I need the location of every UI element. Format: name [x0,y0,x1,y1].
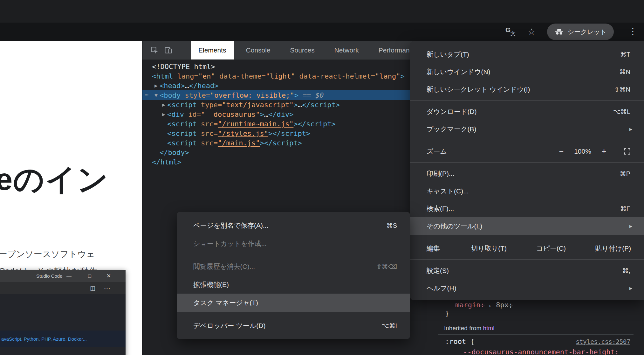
dom-line[interactable]: <script src="/runtime~main.js"></script> [142,119,438,129]
collapse-arrow-icon[interactable]: ▶ [160,112,167,117]
menu-item-label: ページを別名で保存(A)... [193,221,268,230]
tab-elements[interactable]: Elements [191,41,234,59]
dom-token: <script [167,139,197,147]
inherited-from-bar: Inherited from html [438,322,634,335]
inherited-from-text: Inherited from [444,325,483,331]
dom-line[interactable]: <!DOCTYPE html> [142,62,438,71]
translate-icon[interactable]: G 文 [505,27,515,37]
split-editor-icon: ◫ [90,282,95,294]
dom-line[interactable]: <script src="/styles.js"></script> [142,129,438,138]
dom-token: "/runtime~main.js" [218,120,293,128]
inspect-icon[interactable] [150,41,159,59]
menu-item-new-window[interactable]: 新しいウインドウ(N)⌘N [410,63,644,80]
menu-item-paste[interactable]: 貼り付け(P) [582,240,644,257]
inherited-selector-link[interactable]: html [483,325,495,331]
dom-token: == [298,91,315,99]
dom-line[interactable]: </html> [142,157,438,167]
dom-token: </body> [160,149,189,157]
menu-item-help[interactable]: ヘルプ(H)▸ [410,279,644,297]
vscode-links: avaScript, Python, PHP, Azure, Docker... [1,336,87,342]
dom-line[interactable]: <html lang="en" data-theme="light" data-… [142,71,438,81]
dom-token: "text/javascript" [222,101,293,109]
vscode-screenshot: Studio Code — □ ✕ ◫ ⋯ avaScript, Python,… [0,270,126,355]
menu-item-find[interactable]: 検索(F)...⌘F [410,200,644,217]
menu-item-label: タスク マネージャ(T) [193,298,258,307]
dom-line[interactable]: …▼<body style="overflow: visible;"> == $… [142,90,438,100]
menu-item-label: 閲覧履歴を消去(C)... [193,262,255,271]
menu-item-create-shortcut: ショートカットを作成... [177,234,410,253]
menu-item-developer-tools[interactable]: デベロッパー ツール(D)⌥⌘I [177,317,410,335]
zoom-in-button[interactable]: + [597,147,611,156]
tab-sources[interactable]: Sources [283,41,322,59]
menu-shortcut: ⌘N [620,68,630,76]
menu-item-print[interactable]: 印刷(P)...⌘P [410,165,644,182]
collapse-arrow-icon[interactable]: ▶ [153,83,160,88]
menu-item-more-tools[interactable]: その他のツール(L)▸ [410,217,644,235]
dom-token: $0 [315,91,324,99]
menu-item-new-incognito-window[interactable]: 新しいシークレット ウインドウ(I)⇧⌘N [410,80,644,98]
menu-item-downloads[interactable]: ダウンロード(D)⌥⌘L [410,103,644,120]
chrome-menu: 新しいタブ(T)⌘T新しいウインドウ(N)⌘N新しいシークレット ウインドウ(I… [410,41,644,300]
menu-separator [177,255,410,255]
dom-line[interactable]: <script src="/main.js"></script> [142,138,438,148]
tab-network[interactable]: Network [327,41,367,59]
menu-item-task-manager[interactable]: タスク マネージャ(T) [177,294,410,312]
menu-item-new-tab[interactable]: 新しいタブ(T)⌘T [410,45,644,63]
incognito-badge: シークレット [547,24,614,40]
zoom-out-button[interactable]: − [554,147,569,156]
dom-token: </html> [152,158,182,166]
kebab-menu-icon[interactable]: ⋮ [628,26,636,36]
dom-token: > [401,72,405,80]
dom-token: "lang" [375,72,400,80]
menu-item-settings[interactable]: 設定(S)⌘, [410,262,644,279]
incognito-label: シークレット [568,28,606,36]
stylesheet-source-link[interactable]: styles.css:2507 [576,337,630,346]
dom-token: > [260,110,264,118]
menu-shortcut: ⌘, [622,267,630,275]
dom-line[interactable]: </body> [142,148,438,157]
menu-item-label: ブックマーク(B) [427,125,476,134]
css-property-name: --docusaurus-announcement-bar-height: [463,348,619,355]
browser-toolbar: G 文 ☆ シークレット ⋮ [0,23,644,41]
menu-item-label: 新しいシークレット ウインドウ(I) [427,85,530,94]
menu-item-label: 設定(S) [427,266,449,275]
shorthand-expander-icon[interactable]: ▸ [489,303,492,309]
menu-item-label: 検索(F)... [427,204,454,213]
menu-shortcut: ⌘F [620,205,630,212]
incognito-icon [554,28,564,35]
menu-item-copy[interactable]: コピー(C) [520,240,582,257]
dom-token: "en" [198,72,215,80]
menu-item-label: その他のツール(L) [427,222,482,231]
dom-token: <script [167,120,197,128]
menu-item-extensions[interactable]: 拡張機能(E) [177,275,410,294]
submenu-arrow-icon: ▸ [629,223,632,230]
menu-item-cast[interactable]: キャスト(C)... [410,182,644,200]
css-custom-property[interactable]: --docusaurus-announcement-bar-height: [463,347,619,355]
menu-item-bookmarks[interactable]: ブックマーク(B)▸ [410,120,644,138]
dom-token: data-theme= [215,72,266,80]
css-property-value: 8px; [496,301,513,309]
menu-item-save-page-as[interactable]: ページを別名で保存(A)...⌘S [177,216,410,234]
webpage: eのイン ープンソースソフトウェ Codeは、その軽快な動作 持を得るに至りまし… [0,41,142,355]
menu-separator [410,259,644,260]
fullscreen-button[interactable] [619,147,636,156]
menu-item-label: 印刷(P)... [427,169,455,178]
dom-line[interactable]: ▶<script type="text/javascript">…</scrip… [142,100,438,109]
tab-console[interactable]: Console [238,41,278,59]
dom-token: lang= [173,72,198,80]
menu-separator [410,100,644,101]
menu-separator [410,140,644,140]
dom-line[interactable]: ▶<head>…</head> [142,81,438,90]
edit-label: 編集 [410,244,458,253]
expand-arrow-icon[interactable]: ▼ [153,93,160,98]
device-toolbar-icon[interactable] [164,41,173,59]
dom-token: > [294,91,298,99]
collapse-arrow-icon[interactable]: ▶ [160,102,167,107]
dom-more-gutter[interactable]: … [145,89,149,97]
dom-line[interactable]: ▶<div id="__docusaurus">…</div> [142,109,438,119]
menu-shortcut: ⌥⌘L [613,108,630,115]
menu-item-cut[interactable]: 切り取り(T) [458,240,520,257]
menu-item-label: ダウンロード(D) [427,107,477,116]
css-declaration-margin[interactable]: margin: ▸ 8px; [455,300,513,310]
bookmark-star-icon[interactable]: ☆ [527,27,536,37]
